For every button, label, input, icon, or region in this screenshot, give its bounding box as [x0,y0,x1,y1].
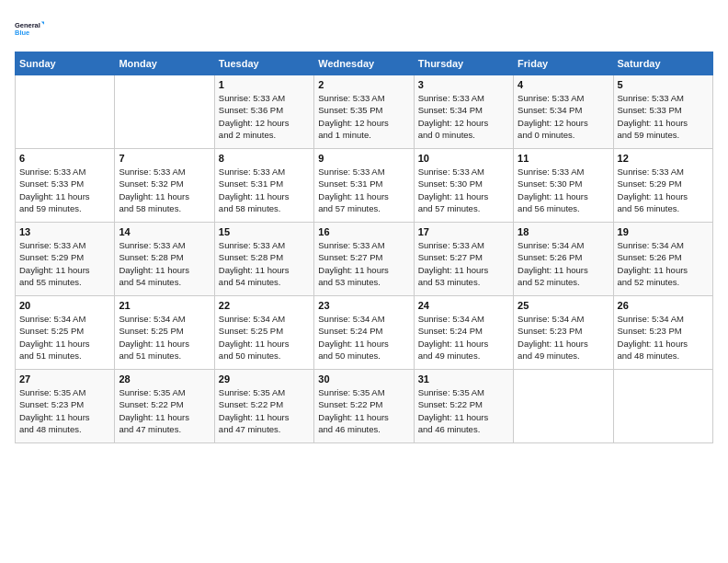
calendar-header: SundayMondayTuesdayWednesdayThursdayFrid… [16,52,713,75]
calendar-cell: 20Sunrise: 5:34 AMSunset: 5:25 PMDayligh… [16,296,115,370]
day-number: 13 [19,226,110,237]
day-detail: Sunrise: 5:33 AMSunset: 5:31 PMDaylight:… [219,166,310,214]
header-day-sunday: Sunday [16,52,115,75]
day-detail: Sunrise: 5:33 AMSunset: 5:34 PMDaylight:… [418,92,509,141]
calendar-body: 1Sunrise: 5:33 AMSunset: 5:36 PMDaylight… [16,75,713,443]
calendar-cell: 28Sunrise: 5:35 AMSunset: 5:22 PMDayligh… [115,370,214,443]
day-detail: Sunrise: 5:33 AMSunset: 5:29 PMDaylight:… [19,239,110,288]
day-detail: Sunrise: 5:33 AMSunset: 5:27 PMDaylight:… [318,239,409,288]
day-detail: Sunrise: 5:33 AMSunset: 5:33 PMDaylight:… [618,92,709,141]
calendar-cell: 21Sunrise: 5:34 AMSunset: 5:25 PMDayligh… [115,296,214,370]
svg-text:General: General [15,21,40,29]
day-number: 15 [219,226,310,237]
day-detail: Sunrise: 5:35 AMSunset: 5:23 PMDaylight:… [19,386,110,435]
day-number: 23 [318,300,409,311]
day-detail: Sunrise: 5:34 AMSunset: 5:25 PMDaylight:… [119,313,210,362]
calendar-cell: 8Sunrise: 5:33 AMSunset: 5:31 PMDaylight… [214,149,313,223]
day-number: 4 [518,79,609,90]
header-row: SundayMondayTuesdayWednesdayThursdayFrid… [16,52,713,75]
calendar-cell: 7Sunrise: 5:33 AMSunset: 5:32 PMDaylight… [115,149,214,223]
calendar-cell: 4Sunrise: 5:33 AMSunset: 5:34 PMDaylight… [514,75,613,149]
day-number: 25 [518,300,609,311]
day-number: 27 [19,373,110,385]
header-day-tuesday: Tuesday [214,52,313,75]
day-number: 9 [318,153,409,164]
day-detail: Sunrise: 5:34 AMSunset: 5:24 PMDaylight:… [418,313,509,362]
day-number: 3 [418,79,509,90]
calendar-cell: 5Sunrise: 5:33 AMSunset: 5:33 PMDaylight… [613,75,712,149]
day-detail: Sunrise: 5:35 AMSunset: 5:22 PMDaylight:… [219,386,310,435]
day-number: 12 [618,153,709,164]
day-detail: Sunrise: 5:34 AMSunset: 5:23 PMDaylight:… [618,313,709,362]
day-detail: Sunrise: 5:33 AMSunset: 5:33 PMDaylight:… [19,166,110,214]
day-number: 24 [418,300,509,311]
day-number: 10 [418,153,509,164]
day-detail: Sunrise: 5:35 AMSunset: 5:22 PMDaylight:… [418,386,509,435]
calendar-table: SundayMondayTuesdayWednesdayThursdayFrid… [15,52,713,443]
calendar-week-4: 20Sunrise: 5:34 AMSunset: 5:25 PMDayligh… [16,296,713,370]
day-number: 30 [318,373,409,385]
calendar-week-5: 27Sunrise: 5:35 AMSunset: 5:23 PMDayligh… [16,370,713,443]
calendar-cell: 10Sunrise: 5:33 AMSunset: 5:30 PMDayligh… [414,149,513,223]
logo: General Blue [15,15,44,44]
day-number: 26 [618,300,709,311]
day-number: 20 [19,300,110,311]
day-number: 22 [219,300,310,311]
logo-icon: General Blue [15,15,44,44]
calendar-cell: 2Sunrise: 5:33 AMSunset: 5:35 PMDaylight… [314,75,414,149]
header-day-saturday: Saturday [613,52,712,75]
day-detail: Sunrise: 5:33 AMSunset: 5:30 PMDaylight:… [518,166,609,214]
day-detail: Sunrise: 5:34 AMSunset: 5:24 PMDaylight:… [318,313,409,362]
calendar-cell: 6Sunrise: 5:33 AMSunset: 5:33 PMDaylight… [16,149,115,223]
page-header: General Blue [15,15,713,44]
day-number: 29 [219,373,310,385]
calendar-cell: 22Sunrise: 5:34 AMSunset: 5:25 PMDayligh… [214,296,313,370]
calendar-week-3: 13Sunrise: 5:33 AMSunset: 5:29 PMDayligh… [16,223,713,296]
calendar-cell [514,370,613,443]
calendar-cell: 3Sunrise: 5:33 AMSunset: 5:34 PMDaylight… [414,75,513,149]
calendar-cell: 15Sunrise: 5:33 AMSunset: 5:28 PMDayligh… [214,223,313,296]
day-detail: Sunrise: 5:34 AMSunset: 5:26 PMDaylight:… [618,239,709,288]
day-number: 31 [418,373,509,385]
day-detail: Sunrise: 5:35 AMSunset: 5:22 PMDaylight:… [318,386,409,435]
day-detail: Sunrise: 5:34 AMSunset: 5:25 PMDaylight:… [19,313,110,362]
calendar-cell: 31Sunrise: 5:35 AMSunset: 5:22 PMDayligh… [414,370,513,443]
day-number: 21 [119,300,210,311]
calendar-cell: 16Sunrise: 5:33 AMSunset: 5:27 PMDayligh… [314,223,414,296]
day-number: 2 [318,79,409,90]
header-day-thursday: Thursday [414,52,513,75]
calendar-cell: 30Sunrise: 5:35 AMSunset: 5:22 PMDayligh… [314,370,414,443]
day-number: 28 [119,373,210,385]
calendar-cell: 13Sunrise: 5:33 AMSunset: 5:29 PMDayligh… [16,223,115,296]
day-number: 7 [119,153,210,164]
calendar-cell: 23Sunrise: 5:34 AMSunset: 5:24 PMDayligh… [314,296,414,370]
day-number: 18 [518,226,609,237]
day-number: 19 [618,226,709,237]
day-number: 17 [418,226,509,237]
calendar-cell: 26Sunrise: 5:34 AMSunset: 5:23 PMDayligh… [613,296,712,370]
day-detail: Sunrise: 5:33 AMSunset: 5:36 PMDaylight:… [219,92,310,141]
calendar-cell: 11Sunrise: 5:33 AMSunset: 5:30 PMDayligh… [514,149,613,223]
day-number: 16 [318,226,409,237]
calendar-cell: 18Sunrise: 5:34 AMSunset: 5:26 PMDayligh… [514,223,613,296]
day-detail: Sunrise: 5:33 AMSunset: 5:31 PMDaylight:… [318,166,409,214]
svg-text:Blue: Blue [15,29,29,37]
calendar-cell: 25Sunrise: 5:34 AMSunset: 5:23 PMDayligh… [514,296,613,370]
day-detail: Sunrise: 5:33 AMSunset: 5:35 PMDaylight:… [318,92,409,141]
day-detail: Sunrise: 5:33 AMSunset: 5:32 PMDaylight:… [119,166,210,214]
day-number: 1 [219,79,310,90]
calendar-cell: 27Sunrise: 5:35 AMSunset: 5:23 PMDayligh… [16,370,115,443]
calendar-cell [16,75,115,149]
day-detail: Sunrise: 5:34 AMSunset: 5:23 PMDaylight:… [518,313,609,362]
calendar-cell [115,75,214,149]
calendar-cell: 14Sunrise: 5:33 AMSunset: 5:28 PMDayligh… [115,223,214,296]
calendar-cell: 17Sunrise: 5:33 AMSunset: 5:27 PMDayligh… [414,223,513,296]
day-detail: Sunrise: 5:34 AMSunset: 5:25 PMDaylight:… [219,313,310,362]
calendar-cell [613,370,712,443]
day-number: 5 [618,79,709,90]
day-detail: Sunrise: 5:33 AMSunset: 5:29 PMDaylight:… [618,166,709,214]
header-day-friday: Friday [514,52,613,75]
calendar-cell: 24Sunrise: 5:34 AMSunset: 5:24 PMDayligh… [414,296,513,370]
calendar-cell: 19Sunrise: 5:34 AMSunset: 5:26 PMDayligh… [613,223,712,296]
day-number: 14 [119,226,210,237]
